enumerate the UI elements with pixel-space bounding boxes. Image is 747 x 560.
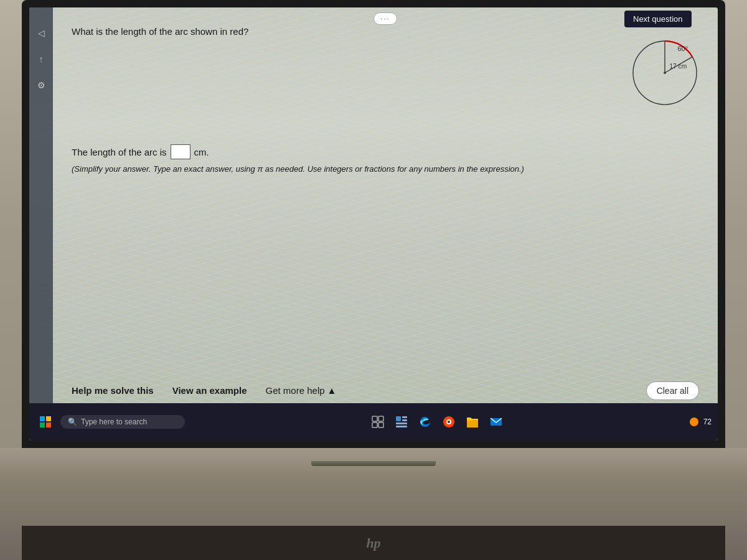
taskbar-center-icons [190,412,685,432]
svg-text:60°: 60° [677,45,688,52]
svg-rect-23 [467,420,478,427]
answer-line: The length of the arc is cm. [72,144,699,159]
question-section: What is the length of the arc shown in r… [72,26,699,37]
svg-rect-9 [46,422,51,427]
taskbar-search-bar[interactable]: 🔍 Type here to search [60,415,185,429]
more-help-arrow-icon: ▲ [327,385,337,396]
help-solve-link[interactable]: Help me solve this [72,385,154,396]
sidebar-settings-icon[interactable]: ⚙ [34,78,48,92]
svg-rect-17 [396,422,407,424]
task-view-button[interactable] [368,412,388,432]
diagram-container: Next question [624,11,705,113]
svg-text:17 cm: 17 cm [669,63,687,70]
svg-rect-16 [402,419,407,421]
email-button[interactable] [486,412,506,432]
taskbar-search-placeholder: Type here to search [81,418,147,426]
widgets-button[interactable] [392,412,411,432]
laptop-base [0,448,747,479]
svg-rect-8 [40,422,45,427]
get-more-help-button[interactable]: Get more help ▲ [266,385,337,396]
notification-dot [690,418,698,426]
svg-point-21 [448,421,450,423]
clear-all-button[interactable]: Clear all [646,381,699,400]
taskbar-search-icon: 🔍 [68,418,77,426]
action-bar: Help me solve this View an example Get m… [53,378,718,403]
question-text: What is the length of the arc shown in r… [72,26,699,37]
answer-prefix: The length of the arc is [72,147,167,157]
file-explorer-button[interactable] [463,412,482,432]
answer-section: The length of the arc is cm. (Simplify y… [53,144,718,174]
svg-rect-18 [396,426,407,427]
answer-input[interactable] [171,144,190,159]
svg-rect-11 [378,416,383,421]
arc-diagram: 60° 17 cm [624,32,705,113]
answer-hint: (Simplify your answer. Type an exact ans… [72,164,699,174]
taskbar: 🔍 Type here to search [29,403,718,441]
svg-rect-10 [372,416,377,421]
taskbar-clock: 72 [703,418,712,426]
svg-rect-13 [378,422,383,427]
screen-bezel: ◁ ↑ ⚙ ··· What is the length of the arc … [22,0,725,448]
sidebar: ◁ ↑ ⚙ [29,7,53,403]
next-question-button[interactable]: Next question [624,11,692,27]
svg-rect-15 [402,416,407,418]
answer-suffix: cm. [194,147,209,157]
edge-browser-button[interactable] [415,412,435,432]
main-content: What is the length of the arc shown in r… [53,7,718,403]
laptop-outer: ◁ ↑ ⚙ ··· What is the length of the arc … [0,0,747,560]
start-button[interactable] [35,412,55,432]
laptop-hinge [311,461,436,466]
svg-rect-14 [396,416,401,421]
screen: ◁ ↑ ⚙ ··· What is the length of the arc … [29,7,718,441]
svg-rect-12 [372,422,377,427]
media-app-button[interactable] [439,412,459,432]
taskbar-right: 72 [690,418,712,426]
svg-rect-7 [46,416,51,421]
svg-rect-6 [40,416,45,421]
sidebar-back-icon[interactable]: ◁ [34,26,48,40]
view-example-link[interactable]: View an example [172,385,247,396]
sidebar-up-icon[interactable]: ↑ [34,52,48,66]
get-more-help-label: Get more help [266,385,325,396]
hp-logo-text: hp [366,535,380,551]
hp-logo-bar: hp [22,526,725,560]
